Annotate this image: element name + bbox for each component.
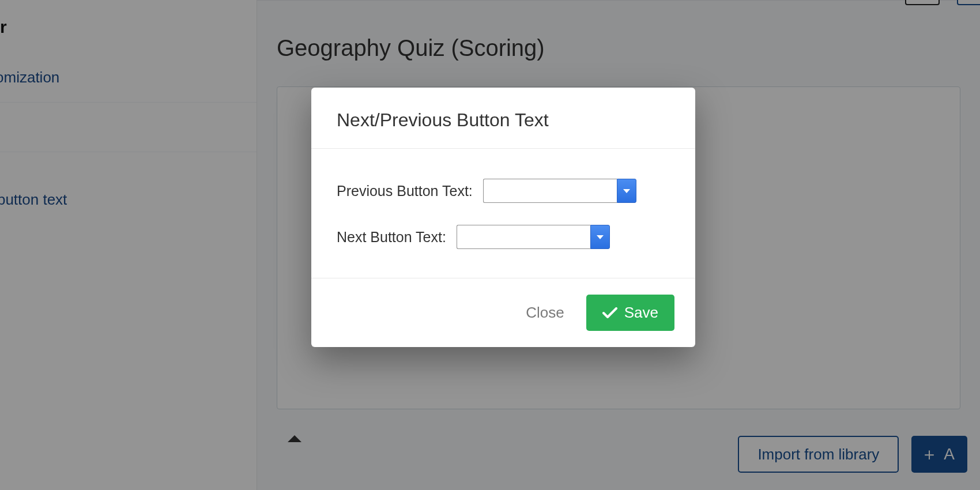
close-button[interactable]: Close xyxy=(526,304,564,322)
modal-body: Previous Button Text: Next Button Text: xyxy=(311,149,695,278)
save-button[interactable]: Save xyxy=(586,295,674,331)
chevron-down-icon xyxy=(597,235,604,239)
chevron-down-icon xyxy=(623,189,630,193)
previous-button-text-dropdown[interactable] xyxy=(617,179,636,203)
next-button-text-dropdown[interactable] xyxy=(590,225,610,249)
app-root: avior randomization erge ious button tex… xyxy=(0,0,980,490)
next-button-text-combo xyxy=(457,225,610,249)
save-button-label: Save xyxy=(624,304,658,322)
previous-button-text-combo xyxy=(483,179,636,203)
check-icon xyxy=(602,307,617,319)
previous-button-text-row: Previous Button Text: xyxy=(337,179,670,203)
previous-button-text-label: Previous Button Text: xyxy=(337,183,473,199)
button-text-modal: Next/Previous Button Text Previous Butto… xyxy=(311,88,695,347)
next-button-text-row: Next Button Text: xyxy=(337,225,670,249)
modal-footer: Close Save xyxy=(311,278,695,347)
next-button-text-input[interactable] xyxy=(457,225,590,249)
next-button-text-label: Next Button Text: xyxy=(337,229,446,246)
modal-header: Next/Previous Button Text xyxy=(311,88,695,149)
previous-button-text-input[interactable] xyxy=(483,179,617,203)
modal-title: Next/Previous Button Text xyxy=(337,110,670,131)
